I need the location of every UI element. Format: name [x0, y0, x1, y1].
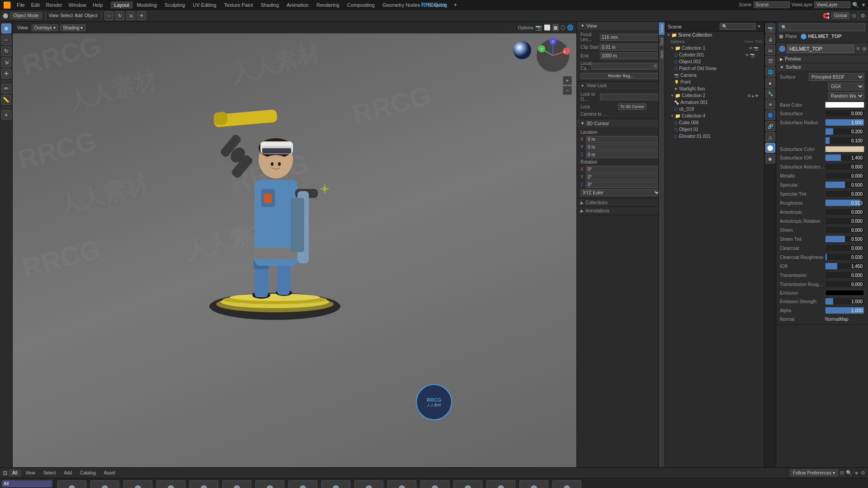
- mat-prop-bar-15[interactable]: 0.500: [825, 235, 864, 243]
- ws-tab-animation[interactable]: Animation: [283, 1, 312, 9]
- rotate-icon[interactable]: ↻: [115, 11, 124, 20]
- mat-prop-bar-20[interactable]: 0.000: [825, 281, 864, 288]
- ws-tab-compositing[interactable]: Compositing: [344, 1, 378, 9]
- collection1-item[interactable]: ▼ 📁 Collection 1 👁 📷: [665, 45, 764, 52]
- mat-name-input[interactable]: [787, 45, 854, 53]
- ab-item-10[interactable]: 12_Worker_Kne...: [386, 480, 418, 488]
- camera-item[interactable]: 📷 Camera: [665, 72, 764, 79]
- mat-prop-bar-19[interactable]: 0.000: [825, 272, 864, 279]
- ab-tab-asset[interactable]: Asset: [100, 469, 119, 476]
- ggx-select[interactable]: GGX: [828, 83, 864, 90]
- transform-tool-btn[interactable]: ✛: [1, 69, 11, 79]
- viewport-material-icon[interactable]: ⬡: [561, 24, 565, 31]
- mat-prop-bar-17[interactable]: 0.030: [825, 253, 864, 261]
- transform-global-btn[interactable]: Global: [831, 12, 850, 19]
- rotation-mode-select[interactable]: XYZ Euler: [580, 189, 661, 196]
- outliner-filter-icon[interactable]: ▼: [757, 24, 761, 29]
- scale-icon[interactable]: ⇲: [126, 11, 135, 20]
- viewport-shading-btn[interactable]: Shading ▾: [60, 24, 85, 31]
- mat-prop-bar-18[interactable]: 1.450: [825, 263, 864, 270]
- ab-cat-all[interactable]: All: [2, 480, 52, 487]
- props-shader-icon-btn[interactable]: ◉: [765, 154, 775, 164]
- ab-item-14[interactable]: 16_Welder_Sit_01: [518, 480, 550, 488]
- props-particles-icon-btn[interactable]: ✳: [765, 99, 775, 109]
- col1-eye-icon[interactable]: 👁: [749, 46, 753, 51]
- cursor-rx-input[interactable]: [586, 166, 661, 173]
- annotate-tool-btn[interactable]: ✏: [1, 84, 11, 94]
- mat-color-swatch-21[interactable]: [825, 290, 864, 296]
- ab-item-15[interactable]: 17_Welder_Sit_02: [551, 480, 583, 488]
- view-section-header[interactable]: ▼ View: [577, 22, 665, 30]
- mat-prop-bar-3[interactable]: 0.200: [825, 128, 864, 135]
- point-item[interactable]: 💡 Point: [665, 79, 764, 85]
- preview-header[interactable]: ▶ Preview: [776, 55, 868, 63]
- mat-prop-bar-8[interactable]: 0.000: [825, 172, 864, 179]
- props-world-icon-btn[interactable]: 🌐: [765, 67, 775, 77]
- zoom-in-btn[interactable]: +: [563, 76, 572, 85]
- surface-header[interactable]: ▼ Surface: [776, 63, 868, 71]
- cyl-eye-icon[interactable]: 👁: [745, 53, 749, 57]
- options-icon[interactable]: ⚙: [860, 13, 865, 19]
- elevator-item[interactable]: ⬡ Elevator.01.001: [665, 133, 764, 140]
- col1-render-icon[interactable]: 📷: [754, 46, 759, 51]
- ws-tab-geonodes[interactable]: Geometry Nodes: [379, 1, 424, 9]
- collection4-item[interactable]: ▼ 📁 Collection 4: [665, 113, 764, 119]
- menu-edit[interactable]: Edit: [28, 1, 43, 9]
- rotate-tool-btn[interactable]: ↻: [1, 46, 11, 56]
- ab-tab-add[interactable]: Add: [60, 469, 75, 476]
- shader-type-select[interactable]: Principled BSDF: [809, 73, 864, 81]
- view-lock-header[interactable]: ▼ View Lock: [577, 82, 665, 89]
- cb019-item[interactable]: ⬡ cb_019: [665, 106, 764, 113]
- object-mode-btn[interactable]: Object Mode: [10, 12, 42, 19]
- ab-grid-icon[interactable]: ⊞: [840, 470, 844, 476]
- ab-item-8[interactable]: 8_Worker_Phon...: [320, 480, 352, 488]
- viewport-overlays-btn[interactable]: Overlays ▾: [32, 24, 58, 31]
- mat-close-icon[interactable]: ✕: [856, 46, 860, 52]
- select-btn[interactable]: Select: [60, 13, 73, 18]
- viewport-cam-icon[interactable]: 📷: [535, 24, 542, 31]
- starlight-item[interactable]: ☀ Starlight Sun: [665, 85, 764, 92]
- scene-input[interactable]: [754, 1, 790, 8]
- props-physics-icon-btn[interactable]: 🔵: [765, 110, 775, 120]
- view-layer-input[interactable]: [814, 1, 850, 8]
- mat-prop-bar-22[interactable]: 1.000: [825, 298, 864, 305]
- viewport-wireframe-icon[interactable]: ⬜: [544, 24, 551, 31]
- mat-prop-bar-12[interactable]: 0.000: [825, 208, 864, 216]
- local-camera-input[interactable]: [591, 63, 651, 70]
- annotations-header[interactable]: ▶ Annotations: [577, 207, 665, 215]
- mat-prop-bar-10[interactable]: 0.000: [825, 190, 864, 197]
- ab-item-7[interactable]: 7_Worker_Radio...: [287, 480, 319, 488]
- cube008-item[interactable]: ⬡ Cube.008: [665, 119, 764, 126]
- viewport-gizmo[interactable]: X Y Z: [535, 38, 571, 74]
- ab-item-4[interactable]: 4_Worker_Walk...: [188, 480, 220, 488]
- menu-window[interactable]: Window: [66, 1, 90, 9]
- props-modifier-icon-btn[interactable]: 🔧: [765, 89, 775, 99]
- ws-tab-modeling[interactable]: Modeling: [133, 1, 161, 9]
- mat-action-icon[interactable]: ⊕: [862, 46, 867, 52]
- scene-collection-item[interactable]: ▼ 📁 Scene Collection: [665, 32, 764, 38]
- cyl-render-icon[interactable]: 📷: [750, 53, 755, 57]
- props-constraints-icon-btn[interactable]: 🔗: [765, 121, 775, 131]
- mat-prop-bar-6[interactable]: 1.400: [825, 154, 864, 161]
- mat-prop-bar-2[interactable]: 1.000: [825, 119, 864, 126]
- ab-filter-icon[interactable]: ▼: [854, 470, 859, 476]
- lock-to-input[interactable]: [600, 94, 661, 100]
- collections-header[interactable]: ▶ Collections: [577, 199, 665, 206]
- patch-snow-item[interactable]: ⬡ Patch of Old Snow: [665, 65, 764, 72]
- blender-icon[interactable]: 🟧: [2, 0, 12, 10]
- props-output-icon-btn[interactable]: 🖨: [765, 34, 775, 44]
- menu-file[interactable]: File: [14, 1, 28, 9]
- props-scene-icon-btn[interactable]: 🎬: [765, 56, 775, 66]
- obj002-item[interactable]: ⬡ Object.002: [665, 58, 764, 65]
- mat-color-swatch-0[interactable]: [825, 102, 864, 108]
- ab-search-icon[interactable]: 🔍: [846, 470, 852, 476]
- cursor-tool-btn[interactable]: ⊕: [1, 23, 11, 33]
- cursor-section-header[interactable]: ▼ 3D Cursor: [577, 119, 665, 127]
- mat-prop-bar-23[interactable]: 1.000: [825, 307, 864, 314]
- n-panel-tab-item[interactable]: Item: [659, 48, 665, 61]
- ws-tab-rendering[interactable]: Rendering: [313, 1, 343, 9]
- ab-item-1[interactable]: 1_Worker_Idle_01: [89, 480, 121, 488]
- props-data-icon-btn[interactable]: △: [765, 132, 775, 142]
- ab-item-9[interactable]: 9_Worker_Lea...: [353, 480, 385, 488]
- props-view-layer-icon-btn[interactable]: 🗂: [765, 45, 775, 55]
